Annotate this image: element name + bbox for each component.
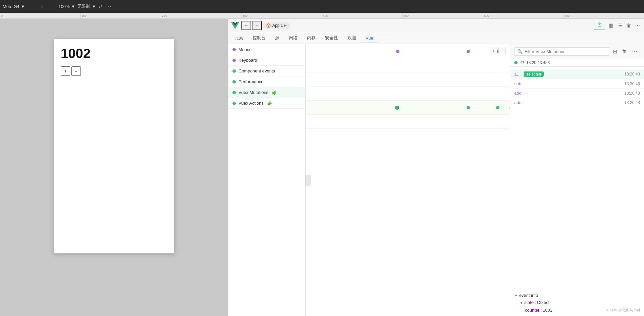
rp-icon-1[interactable]: ⊞ xyxy=(611,48,619,55)
puzzle-icon-actions: 🧩 xyxy=(267,101,272,106)
chevron-down-icon: ▼ xyxy=(21,4,25,9)
event-info-label: event info xyxy=(519,293,538,298)
forward-button[interactable]: → xyxy=(252,21,262,30)
event-entry-left-3: add xyxy=(514,91,522,96)
more-icon[interactable]: ⋯ xyxy=(634,22,641,29)
filter-input[interactable] xyxy=(525,49,607,54)
tab-vue[interactable]: Vue xyxy=(361,34,378,43)
tree-type-object: Object xyxy=(537,300,550,305)
counter-buttons: + - xyxy=(61,66,167,76)
event-label-mouse: Mouse xyxy=(238,47,252,52)
tab-elements[interactable]: 元素 xyxy=(230,33,248,44)
event-entry-left-2: sub xyxy=(514,81,521,86)
rp-icon-3[interactable]: ⋯ xyxy=(631,48,639,55)
layout-icon[interactable]: ☰ xyxy=(617,22,624,29)
timeline-graph: ‹ › + − xyxy=(306,44,510,316)
event-entry-add-2[interactable]: add 13:20:48 xyxy=(510,98,644,107)
event-item-component[interactable]: Component events xyxy=(228,66,305,76)
width-input[interactable]: 360 xyxy=(27,4,39,9)
event-entry-left-4: add xyxy=(514,100,522,105)
tree-row-counter: counter : 1002 xyxy=(525,307,640,313)
event-label-keyboard: Keyboard xyxy=(238,58,257,63)
ruler-seg: 400 xyxy=(322,13,402,18)
event-entry-add-1[interactable]: add 13:20:48 xyxy=(510,89,644,98)
tab-sources[interactable]: 源 xyxy=(270,33,284,44)
state-tree-arrow[interactable]: ▼ xyxy=(520,301,523,305)
tree-colon: : xyxy=(535,300,536,305)
timeline-tab-icon[interactable]: ⏱ xyxy=(594,21,605,30)
counter-display: 1002 xyxy=(61,46,167,61)
event-dot-performance xyxy=(232,80,236,84)
tl-dot-mouse-1[interactable] xyxy=(396,50,399,53)
event-entry-left: a… selected xyxy=(514,71,544,77)
tree-row-state: ▼ state : Object xyxy=(520,299,640,306)
event-dot-mouse xyxy=(232,48,236,51)
event-entry-sub[interactable]: sub 13:20:46 xyxy=(510,79,644,89)
limit-selector[interactable]: 无限制 ▼ xyxy=(77,3,96,9)
event-info-title[interactable]: ▼ event info xyxy=(514,293,640,298)
event-item-vuex-actions[interactable]: Vuex Actions 🧩 xyxy=(228,98,305,109)
devtools-nav: ← → 🏠 App 1 ▶ ⏱ ▦ ☰ 🗑 ⋯ xyxy=(228,19,644,32)
timeline-controls: › + − xyxy=(487,47,506,54)
rp-icon-2[interactable]: 🗑 xyxy=(621,48,629,55)
tab-welcome[interactable]: 欢迎 xyxy=(343,33,361,44)
tl-row-component xyxy=(306,72,510,87)
rotate-icon[interactable]: ⇄ xyxy=(98,3,103,10)
dim-separator: × xyxy=(41,4,43,9)
tl-row-vuex-mutations xyxy=(306,101,510,115)
ruler-seg: 0 xyxy=(0,13,80,18)
event-item-mouse[interactable]: Mouse xyxy=(228,44,305,55)
add-marker-button[interactable]: + xyxy=(490,47,497,54)
event-item-performance[interactable]: Performance xyxy=(228,76,305,87)
vue-logo-icon xyxy=(231,21,239,30)
tl-dot-mutation-4[interactable] xyxy=(509,106,510,109)
event-item-keyboard[interactable]: Keyboard xyxy=(228,55,305,66)
grid-tab-icon[interactable]: ▦ xyxy=(606,21,616,30)
tab-console[interactable]: 控制台 xyxy=(248,33,270,44)
collapse-arrow-icon: ▼ xyxy=(514,294,518,298)
event-time-3: 13:20:48 xyxy=(624,91,640,96)
chevron-right-icon: ▶ xyxy=(284,23,287,27)
zoom-selector[interactable]: 100% ▼ xyxy=(58,4,75,9)
tl-dot-mouse-2[interactable] xyxy=(467,50,470,53)
tab-memory[interactable]: 内存 xyxy=(302,33,320,44)
chevron-down-icon: ▼ xyxy=(71,4,75,9)
device-frame: 1002 + - xyxy=(54,39,174,254)
event-entry-selected[interactable]: a… selected 13:20:43 xyxy=(510,69,644,79)
ruler-seg: 600 xyxy=(483,13,564,18)
collapse-timeline-button[interactable]: ‹ xyxy=(306,175,311,186)
event-list: Mouse Keyboard Component events Performa… xyxy=(228,44,306,316)
increment-button[interactable]: + xyxy=(61,66,70,76)
event-dot-keyboard xyxy=(232,59,236,62)
devtools-top-actions: ☰ 🗑 ⋯ xyxy=(617,22,641,29)
event-label-component: Component events xyxy=(238,68,275,73)
remove-marker-button[interactable]: − xyxy=(498,47,506,54)
timestamp-label: ⏱ xyxy=(520,60,524,65)
event-name-4: add xyxy=(514,100,522,105)
tab-add[interactable]: + xyxy=(378,34,390,43)
event-name-2: sub xyxy=(514,81,521,86)
event-label-vuex-mutations: Vuex Mutations xyxy=(238,90,268,95)
decrement-button[interactable]: - xyxy=(71,66,81,76)
event-time-4: 13:20:48 xyxy=(624,100,640,105)
event-dot-vuex-mutations xyxy=(232,91,236,94)
tab-network[interactable]: 网络 xyxy=(284,33,302,44)
timeline-area: Mouse Keyboard Component events Performa… xyxy=(228,44,644,316)
device-selector[interactable]: Moto G4 ▼ xyxy=(3,4,25,9)
event-label-performance: Performance xyxy=(238,79,263,84)
tab-security[interactable]: 安全性 xyxy=(320,33,343,44)
app-breadcrumb[interactable]: 🏠 App 1 ▶ xyxy=(263,22,290,29)
back-button[interactable]: ← xyxy=(241,21,251,30)
tl-dot-mutation-2[interactable] xyxy=(467,106,470,109)
device-name: Moto G4 xyxy=(3,4,19,9)
ruler-seg: 700 xyxy=(564,13,644,18)
event-item-vuex-mutations[interactable]: Vuex Mutations 🧩 xyxy=(228,87,305,98)
tl-dot-mutation-3[interactable] xyxy=(496,106,499,109)
trash-icon[interactable]: 🗑 xyxy=(625,22,633,29)
tl-dot-selected-mutation[interactable] xyxy=(395,106,399,110)
ruler: 0 100 200 300 400 500 600 700 xyxy=(0,13,644,19)
more-options-icon[interactable]: ··· xyxy=(105,3,112,10)
height-input[interactable]: 640 xyxy=(44,4,56,9)
filter-search-icon: 🔍 xyxy=(517,49,523,54)
ts-dot xyxy=(514,61,518,64)
